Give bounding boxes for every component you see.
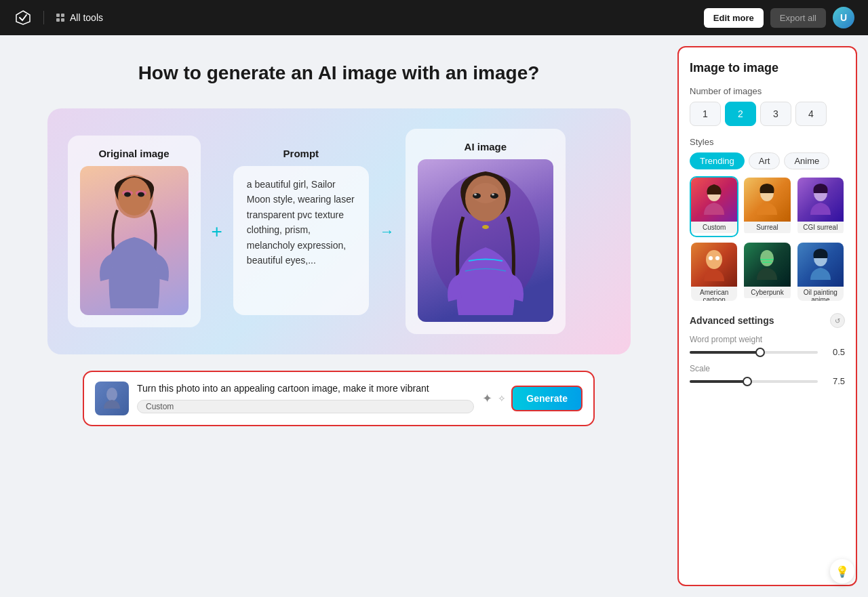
word-prompt-fill xyxy=(690,351,760,354)
svg-point-16 xyxy=(474,194,477,196)
num-btn-3[interactable]: 3 xyxy=(760,102,791,126)
scale-row: 7.5 xyxy=(690,376,845,386)
svg-point-25 xyxy=(715,256,719,260)
style-item-american[interactable]: American cartoon xyxy=(690,241,738,302)
lightbulb-button[interactable]: 💡 xyxy=(830,559,854,583)
svg-rect-2 xyxy=(56,18,60,22)
style-surreal-label: Surreal xyxy=(744,222,790,233)
style-custom-label: Custom xyxy=(691,222,737,233)
style-cgi-label: CGI surreal xyxy=(797,222,844,233)
advanced-toggle[interactable]: ↺ xyxy=(830,313,845,328)
prompt-label: Prompt xyxy=(283,148,319,159)
style-grid: Custom Surreal xyxy=(690,176,845,302)
number-selector: 1 2 3 4 xyxy=(690,102,845,126)
topnav: All tools Edit more Export all U xyxy=(0,0,868,35)
svg-rect-3 xyxy=(61,18,64,22)
logo[interactable] xyxy=(14,8,33,27)
ai-image-card: AI image xyxy=(406,129,566,334)
svg-point-6 xyxy=(118,178,151,215)
edit-more-button[interactable]: Edit more xyxy=(704,8,764,28)
style-american-bg xyxy=(691,243,737,287)
input-actions: ✦ ✧ Generate xyxy=(482,386,583,411)
style-item-custom[interactable]: Custom xyxy=(690,176,738,237)
svg-point-26 xyxy=(760,250,774,266)
svg-point-24 xyxy=(709,256,713,260)
style-cyberpunk-label: Cyberpunk xyxy=(744,287,790,298)
style-tab-art[interactable]: Art xyxy=(749,152,781,169)
svg-point-23 xyxy=(706,250,722,269)
style-oilpainting-label: Oil painting anime xyxy=(797,287,844,302)
style-tabs: Trending Art Anime xyxy=(690,152,845,169)
word-prompt-weight-row: 0.5 xyxy=(690,347,845,357)
scale-section: Scale 7.5 xyxy=(690,364,845,386)
num-images-section: Number of images 1 2 3 4 xyxy=(690,86,845,126)
advanced-header: Advanced settings ↺ xyxy=(690,313,845,328)
scale-thumb xyxy=(743,377,752,386)
svg-point-9 xyxy=(124,192,131,197)
original-label: Original image xyxy=(98,148,169,159)
style-tab-trending[interactable]: Trending xyxy=(690,152,745,169)
magic-icon[interactable]: ✧ xyxy=(498,393,506,404)
word-prompt-weight-slider[interactable] xyxy=(690,351,818,354)
original-image-card: Original image xyxy=(68,136,201,327)
content-area: How to generate an AI image with an imag… xyxy=(0,35,677,597)
input-area: Turn this photo into an appealing cartoo… xyxy=(83,371,595,426)
styles-section: Styles Trending Art Anime Custom xyxy=(690,137,845,302)
num-btn-1[interactable]: 1 xyxy=(690,102,721,126)
prompt-section: Prompt a beautiful girl, Sailor Moon sty… xyxy=(233,148,369,315)
ai-label: AI image xyxy=(465,141,507,152)
arrow-separator: → xyxy=(380,223,395,241)
style-oilpainting-bg xyxy=(797,243,844,287)
avatar[interactable]: U xyxy=(833,7,854,28)
svg-point-10 xyxy=(138,192,144,197)
export-all-button[interactable]: Export all xyxy=(770,8,826,28)
svg-rect-1 xyxy=(61,14,64,17)
style-item-surreal[interactable]: Surreal xyxy=(743,176,791,237)
word-prompt-value: 0.5 xyxy=(825,347,845,357)
prompt-card: a beautiful girl, Sailor Moon style, wea… xyxy=(233,166,369,315)
demo-section: Original image xyxy=(47,108,631,354)
right-panel: Image to image Number of images 1 2 3 4 … xyxy=(677,46,857,586)
advanced-title: Advanced settings xyxy=(690,315,774,326)
all-tools-label: All tools xyxy=(70,12,103,23)
scale-value: 7.5 xyxy=(825,376,845,386)
input-text-area: Turn this photo into an appealing cartoo… xyxy=(137,382,474,413)
num-btn-4[interactable]: 4 xyxy=(795,102,827,126)
main-layout: How to generate an AI image with an imag… xyxy=(0,35,868,597)
style-custom-bg xyxy=(691,178,737,222)
scale-label: Scale xyxy=(690,364,845,373)
scale-slider[interactable] xyxy=(690,380,818,383)
svg-point-18 xyxy=(482,225,489,229)
svg-point-13 xyxy=(472,183,499,203)
word-prompt-weight-section: Word prompt weight 0.5 xyxy=(690,335,845,357)
input-text[interactable]: Turn this photo into an appealing cartoo… xyxy=(137,382,474,396)
word-prompt-weight-label: Word prompt weight xyxy=(690,335,845,344)
advanced-settings-section: Advanced settings ↺ Word prompt weight 0… xyxy=(690,313,845,386)
original-image xyxy=(80,166,189,315)
plus-separator: + xyxy=(212,221,222,243)
scale-fill xyxy=(690,380,747,383)
styles-label: Styles xyxy=(690,137,845,147)
svg-rect-0 xyxy=(56,14,60,17)
svg-point-19 xyxy=(106,388,117,401)
svg-point-15 xyxy=(490,193,498,199)
nav-right: Edit more Export all U xyxy=(704,7,854,28)
all-tools-nav[interactable]: All tools xyxy=(55,12,103,23)
input-badge[interactable]: Custom xyxy=(137,400,474,413)
style-cgi-bg xyxy=(797,178,844,222)
input-thumbnail[interactable] xyxy=(95,382,129,415)
style-cyberpunk-bg xyxy=(744,243,790,287)
style-item-cgi[interactable]: CGI surreal xyxy=(796,176,845,237)
num-btn-2[interactable]: 2 xyxy=(725,102,756,126)
generate-button[interactable]: Generate xyxy=(511,386,583,411)
style-item-oilpainting[interactable]: Oil painting anime xyxy=(796,241,845,302)
panel-title: Image to image xyxy=(690,61,845,75)
num-images-label: Number of images xyxy=(690,86,845,96)
word-prompt-thumb xyxy=(755,348,765,357)
style-american-label: American cartoon xyxy=(691,287,737,302)
prompt-text: a beautiful girl, Sailor Moon style, wea… xyxy=(247,177,355,268)
sparkle-icon[interactable]: ✦ xyxy=(482,391,492,406)
style-item-cyberpunk[interactable]: Cyberpunk xyxy=(743,241,791,302)
ai-image xyxy=(418,159,553,322)
style-tab-anime[interactable]: Anime xyxy=(784,152,829,169)
